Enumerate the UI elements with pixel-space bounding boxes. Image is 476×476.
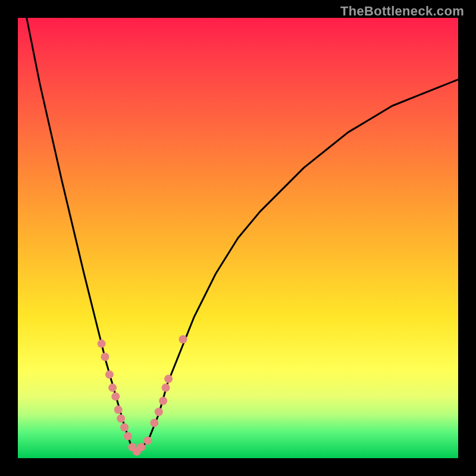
data-point <box>124 432 132 440</box>
data-point <box>111 392 120 400</box>
data-point <box>98 340 106 348</box>
data-point <box>117 414 125 422</box>
data-point <box>105 370 114 378</box>
data-point <box>101 353 109 361</box>
data-point <box>137 443 145 452</box>
bottleneck-curve <box>27 18 458 454</box>
data-point <box>159 397 167 405</box>
watermark-text: TheBottleneck.com <box>340 4 464 19</box>
data-point <box>143 436 152 444</box>
data-point <box>120 423 129 431</box>
chart-overlay <box>18 18 458 458</box>
data-point <box>164 375 173 383</box>
data-point <box>114 406 123 414</box>
data-point <box>150 419 158 427</box>
data-point <box>179 335 187 343</box>
data-point <box>155 408 163 416</box>
data-point <box>108 384 117 392</box>
sample-points <box>98 335 187 456</box>
data-point <box>162 384 170 392</box>
